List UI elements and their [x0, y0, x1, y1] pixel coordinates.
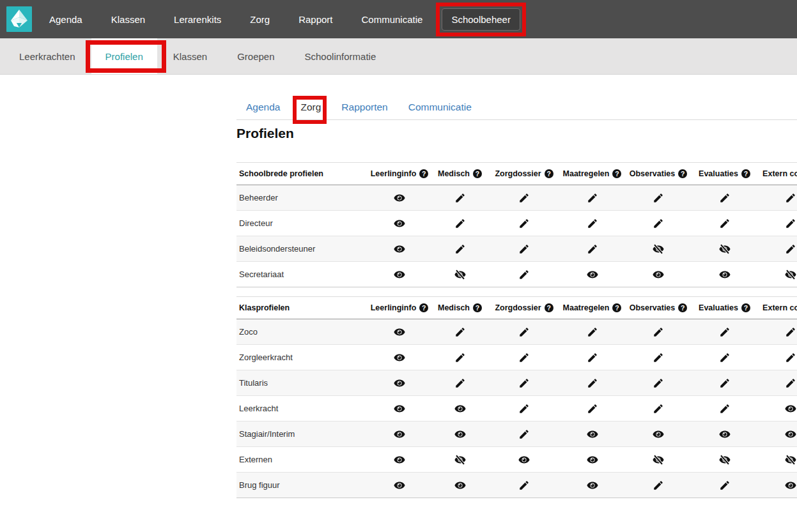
topnav-item-agenda[interactable]: Agenda	[49, 14, 82, 25]
subnav-item-groepen[interactable]: Groepen	[237, 38, 274, 74]
pencil-icon[interactable]	[454, 377, 466, 389]
pencil-icon[interactable]	[518, 352, 530, 363]
subnav-item-klassen[interactable]: Klassen	[173, 38, 207, 74]
pencil-icon[interactable]	[454, 218, 466, 229]
pencil-icon[interactable]	[518, 429, 530, 440]
pencil-icon[interactable]	[518, 243, 530, 255]
eye-icon[interactable]	[394, 377, 405, 389]
eye-icon[interactable]	[394, 218, 405, 229]
pencil-icon[interactable]	[785, 243, 796, 255]
pencil-icon[interactable]	[653, 326, 664, 338]
eye-icon[interactable]	[394, 454, 405, 466]
pencil-icon[interactable]	[719, 352, 731, 363]
pencil-icon[interactable]	[518, 480, 530, 491]
eye-icon[interactable]	[454, 429, 466, 440]
pencil-icon[interactable]	[653, 403, 664, 414]
pencil-icon[interactable]	[785, 218, 796, 229]
pencil-icon[interactable]	[518, 403, 530, 414]
eye-icon[interactable]	[587, 454, 598, 466]
help-icon[interactable]: ?	[678, 303, 687, 312]
tab-agenda[interactable]: Agenda	[246, 102, 280, 113]
topnav-item-rapport[interactable]: Rapport	[298, 14, 332, 25]
eye-icon[interactable]	[785, 403, 796, 414]
eye-icon[interactable]	[785, 429, 796, 440]
topnav-item-schoolbeheer[interactable]: Schoolbeheer	[442, 8, 520, 31]
help-icon[interactable]: ?	[545, 169, 553, 178]
pencil-icon[interactable]	[518, 192, 530, 204]
eye-icon[interactable]	[394, 480, 405, 491]
topnav-item-klassen[interactable]: Klassen	[111, 14, 145, 25]
pencil-icon[interactable]	[719, 480, 731, 491]
pencil-icon[interactable]	[454, 243, 466, 255]
tab-rapporten[interactable]: Rapporten	[341, 102, 387, 113]
pencil-icon[interactable]	[653, 352, 664, 363]
eye-icon[interactable]	[394, 192, 405, 204]
pencil-icon[interactable]	[587, 243, 598, 255]
pencil-icon[interactable]	[719, 218, 731, 229]
pencil-icon[interactable]	[454, 192, 466, 204]
eye-icon[interactable]	[653, 269, 664, 280]
eye-slash-icon[interactable]	[785, 269, 796, 280]
eye-icon[interactable]	[785, 480, 796, 491]
pencil-icon[interactable]	[653, 218, 664, 229]
pencil-icon[interactable]	[587, 377, 598, 389]
help-icon[interactable]: ?	[741, 303, 750, 312]
pencil-icon[interactable]	[785, 192, 796, 204]
pencil-icon[interactable]	[653, 192, 664, 204]
topnav-item-lerarenkits[interactable]: Lerarenkits	[174, 14, 221, 25]
tab-zorg[interactable]: Zorg	[300, 102, 321, 113]
eye-icon[interactable]	[394, 326, 405, 338]
eye-icon[interactable]	[719, 269, 731, 280]
help-icon[interactable]: ?	[741, 169, 750, 178]
eye-icon[interactable]	[587, 429, 598, 440]
pencil-icon[interactable]	[587, 352, 598, 363]
help-icon[interactable]: ?	[612, 169, 621, 178]
help-icon[interactable]: ?	[419, 169, 428, 178]
eye-icon[interactable]	[587, 480, 598, 491]
help-icon[interactable]: ?	[545, 303, 553, 312]
help-icon[interactable]: ?	[419, 303, 428, 312]
eye-icon[interactable]	[653, 429, 664, 440]
pencil-icon[interactable]	[587, 326, 598, 338]
pencil-icon[interactable]	[454, 352, 466, 363]
tab-communicatie[interactable]: Communicatie	[408, 102, 472, 113]
eye-slash-icon[interactable]	[454, 454, 466, 466]
smartschool-logo-icon[interactable]	[6, 6, 32, 32]
eye-slash-icon[interactable]	[454, 269, 466, 280]
eye-icon[interactable]	[394, 352, 405, 363]
subnav-item-profielen[interactable]: Profielen	[91, 38, 157, 74]
pencil-icon[interactable]	[587, 403, 598, 414]
eye-icon[interactable]	[454, 480, 466, 491]
subnav-item-leerkrachten[interactable]: Leerkrachten	[19, 38, 75, 74]
pencil-icon[interactable]	[518, 269, 530, 280]
help-icon[interactable]: ?	[678, 169, 687, 178]
pencil-icon[interactable]	[785, 377, 796, 389]
eye-icon[interactable]	[587, 269, 598, 280]
pencil-icon[interactable]	[653, 480, 664, 491]
pencil-icon[interactable]	[518, 218, 530, 229]
subnav-item-schoolinformatie[interactable]: Schoolinformatie	[305, 38, 376, 74]
topnav-item-zorg[interactable]: Zorg	[250, 14, 270, 25]
pencil-icon[interactable]	[587, 192, 598, 204]
pencil-icon[interactable]	[719, 326, 731, 338]
eye-slash-icon[interactable]	[719, 454, 731, 466]
pencil-icon[interactable]	[719, 192, 731, 204]
eye-slash-icon[interactable]	[719, 243, 731, 255]
eye-slash-icon[interactable]	[785, 454, 796, 466]
eye-slash-icon[interactable]	[653, 454, 664, 466]
help-icon[interactable]: ?	[612, 303, 621, 312]
pencil-icon[interactable]	[518, 326, 530, 338]
help-icon[interactable]: ?	[473, 169, 482, 178]
pencil-icon[interactable]	[785, 352, 796, 363]
eye-icon[interactable]	[454, 403, 466, 414]
pencil-icon[interactable]	[719, 377, 731, 389]
topnav-item-communicatie[interactable]: Communicatie	[362, 14, 423, 25]
pencil-icon[interactable]	[454, 326, 466, 338]
pencil-icon[interactable]	[719, 403, 731, 414]
eye-icon[interactable]	[394, 243, 405, 255]
eye-icon[interactable]	[394, 403, 405, 414]
eye-icon[interactable]	[394, 429, 405, 440]
help-icon[interactable]: ?	[473, 303, 482, 312]
pencil-icon[interactable]	[587, 218, 598, 229]
eye-icon[interactable]	[394, 269, 405, 280]
